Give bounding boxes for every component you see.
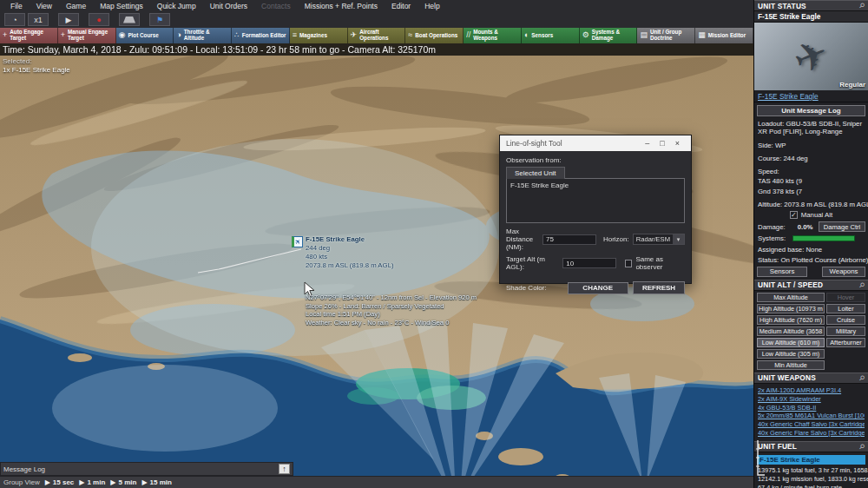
group-view-bar: Group View ▶ 15 sec ▶ 1 min ▶ 5 min ▶ 15… <box>0 476 753 488</box>
menu-help[interactable]: Help <box>418 2 446 10</box>
change-shade-color-button[interactable]: CHANGE <box>568 282 628 294</box>
bookmark-button[interactable]: ⚑ <box>149 13 170 26</box>
unit-message-log-button[interactable]: Unit Message Log <box>757 105 865 116</box>
dialog-title-bar[interactable]: Line-of-sight Tool – □ × <box>500 135 691 151</box>
plot-course-icon: ◉ <box>119 31 126 40</box>
throttle-cruise-button[interactable]: Cruise <box>826 315 865 325</box>
unit-database-link[interactable]: F-15E Strike Eagle <box>758 92 819 101</box>
speed-multiplier-button[interactable]: x1 <box>28 13 49 26</box>
manual-engage-target-button[interactable]: + Manual Engage Target <box>58 28 116 43</box>
observer-listbox[interactable]: F-15E Strike Eagle <box>506 178 685 223</box>
auto-engage-target-button[interactable]: + Auto Engage Target <box>0 28 58 43</box>
time-step-15sec[interactable]: ▶ 15 sec <box>45 478 75 486</box>
unit-status-header[interactable]: UNIT STATUS ⚲ <box>754 0 868 11</box>
alt-min-button[interactable]: Min Altitude <box>757 360 825 370</box>
dialog-title: Line-of-sight Tool <box>506 139 640 148</box>
damage-ctrl-button[interactable]: Damage Ctrl <box>819 221 865 232</box>
time-step-1min[interactable]: ▶ 1 min <box>79 478 105 486</box>
unit-alt-speed-header[interactable]: UNIT ALT / SPEED ⚲ <box>754 280 868 291</box>
menu-quick-jump[interactable]: Quick Jump <box>150 2 203 10</box>
mission-editor-button[interactable]: ▦ Mission Editor <box>695 28 753 43</box>
aircraft-icon: ✈ <box>351 31 358 40</box>
plot-course-button[interactable]: ◉ Plot Course <box>116 28 174 43</box>
sensors-panel-button[interactable]: Sensors <box>757 267 807 277</box>
throttle-loiter-button[interactable]: Loiter <box>826 304 865 313</box>
same-as-observer-checkbox[interactable] <box>625 260 632 267</box>
alt-low-305-button[interactable]: Low Altitude (305 m) <box>757 349 825 359</box>
button-label: Mounts & Weapons <box>473 30 518 42</box>
message-log-bar[interactable]: Message Log ↑ <box>0 462 293 476</box>
observer-list-item[interactable]: F-15E Strike Eagle <box>510 181 681 189</box>
plane-marker-icon: ✈ <box>293 237 303 247</box>
throttle-afterburner-button[interactable]: Afterburner <box>826 338 865 347</box>
shade-color-label: Shade Color: <box>506 284 547 292</box>
weapon-link[interactable]: 2x AIM-9X Sidewinder <box>758 395 865 404</box>
play-icon: ▶ <box>110 478 115 486</box>
menu-file[interactable]: File <box>3 2 30 10</box>
formation-editor-button[interactable]: ∴ Formation Editor <box>232 28 290 43</box>
same-as-observer-label: Same as observer <box>635 255 685 271</box>
menu-editor[interactable]: Editor <box>385 2 418 10</box>
magazines-button[interactable]: ≡ Magazines <box>290 28 348 43</box>
minimize-button[interactable]: – <box>640 139 654 148</box>
expand-message-log-button[interactable]: ↑ <box>279 464 290 474</box>
horizon-dropdown[interactable]: Radar/ESM ▾ <box>633 234 685 245</box>
weapons-panel-button[interactable]: Weapons <box>822 267 865 277</box>
tab-selected-unit[interactable]: Selected Unit <box>506 167 565 179</box>
close-button[interactable]: × <box>670 139 685 148</box>
fuel-unit-row[interactable]: F-15E Strike Eagle <box>757 455 865 465</box>
unit-marker[interactable]: ✈ <box>292 236 303 247</box>
recorder-button[interactable] <box>119 13 140 26</box>
weapon-link[interactable]: 40x Generic Chaff Salvo [3x Cartridges] <box>758 420 865 429</box>
speed-label: Speed: <box>754 166 868 175</box>
mounts-weapons-button[interactable]: // Mounts & Weapons <box>464 28 522 43</box>
unit-label-course: 244 deg <box>306 244 394 253</box>
button-label: Auto Engage Target <box>10 30 55 42</box>
throttle-altitude-button[interactable]: ◑ Throttle & Altitude <box>174 28 232 43</box>
alt-low-610-button[interactable]: Low Altitude (610 m) <box>757 338 825 347</box>
manual-alt-checkbox[interactable]: ✓ <box>790 211 798 219</box>
button-label: Aircraft Operations <box>359 30 402 42</box>
play-button[interactable]: ▶ <box>58 13 79 26</box>
boat-icon: ≈ <box>408 31 412 40</box>
time-step-15min[interactable]: ▶ 15 min <box>141 478 172 486</box>
time-step-5min[interactable]: ▶ 5 min <box>110 478 136 486</box>
selected-block: Selected: 1x F-15E Strike Eagle <box>3 57 70 75</box>
weapon-link[interactable]: 2x AIM-120D AMRAAM P3I.4 <box>758 386 865 395</box>
sensors-button[interactable]: ◐ Sensors <box>522 28 580 43</box>
weapon-link[interactable]: 40x Generic Flare Salvo [3x Cartridges, … <box>758 429 865 438</box>
alt-medium-3658-button[interactable]: Medium Altitude (3658 <box>757 326 825 336</box>
systems-damage-button[interactable]: ⚙ Systems & Damage <box>580 28 638 43</box>
weapon-link[interactable]: 5x 20mm/85 M61A1 Vulcan Burst [100 rnds <box>758 412 865 420</box>
target-alt-input[interactable] <box>562 258 616 268</box>
maximize-button[interactable]: □ <box>654 139 669 148</box>
record-button[interactable]: ● <box>89 13 109 26</box>
throttle-military-button[interactable]: Military <box>826 326 865 336</box>
unit-group-doctrine-button[interactable]: ▤ Unit / Group Doctrine <box>637 28 695 43</box>
menu-missions-ref-points[interactable]: Missions + Ref. Points <box>298 2 385 10</box>
unit-fuel-header[interactable]: UNIT FUEL ⚲ <box>754 441 868 452</box>
menu-map-settings[interactable]: Map Settings <box>93 2 150 10</box>
message-log-label: Message Log <box>3 465 279 473</box>
menu-game[interactable]: Game <box>59 2 93 10</box>
unit-weapons-header[interactable]: UNIT WEAPONS ⚲ <box>754 373 868 384</box>
ground-speed-text: Gnd 378 kts (7 <box>754 186 868 195</box>
boat-operations-button[interactable]: ≈ Boat Operations <box>405 28 464 43</box>
alt-high-7620-button[interactable]: High Altitude (7620 m) <box>757 315 825 325</box>
selected-unit-text: 1x F-15E Strike Eagle <box>3 66 70 75</box>
damage-label: Damage: <box>758 223 786 231</box>
play-icon: ▶ <box>141 478 147 486</box>
refresh-button[interactable]: REFRESH <box>633 281 685 294</box>
section-title: UNIT WEAPONS <box>758 373 859 382</box>
max-distance-input[interactable] <box>542 234 596 245</box>
fuel-total-text: 13975.1 kg total fuel, 3 hr 27 min, 1658… <box>754 466 868 475</box>
alt-max-button[interactable]: Max Altitude <box>757 293 825 302</box>
time-compression-button[interactable]: ◔ <box>4 13 25 26</box>
menu-unit-orders[interactable]: Unit Orders <box>203 2 254 10</box>
menu-view[interactable]: View <box>30 2 59 10</box>
aircraft-operations-button[interactable]: ✈ Aircraft Operations <box>348 28 406 43</box>
alt-high-10973-button[interactable]: High Altitude (10973 m <box>757 304 825 313</box>
weapon-link[interactable]: 4x GBU-53/B SDB-II <box>758 404 865 412</box>
observation-from-label: Observation from: <box>506 156 685 164</box>
cursor-info-line: Slope 26% - Land: Barren / Sparsely Vege… <box>306 302 477 311</box>
